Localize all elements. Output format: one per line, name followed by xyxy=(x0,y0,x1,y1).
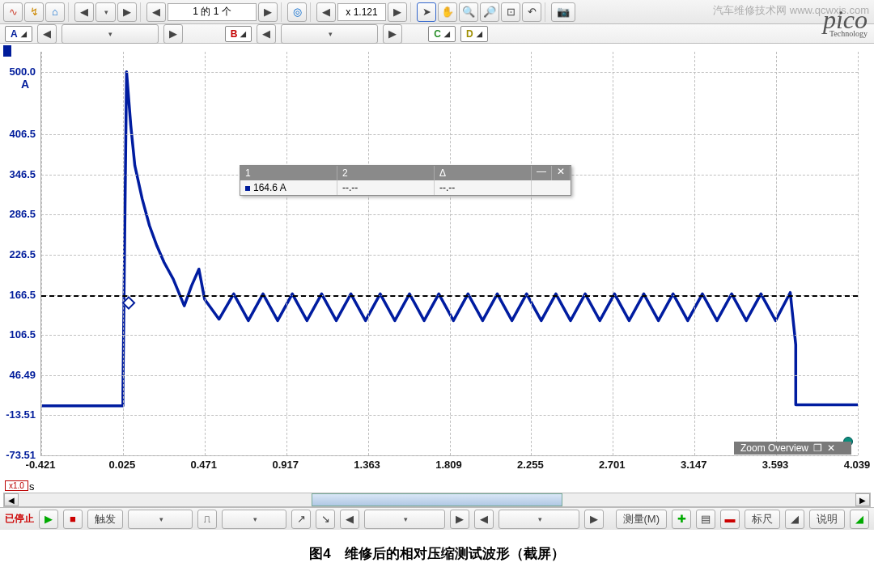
scope-mode-btn[interactable]: ∿ xyxy=(3,2,23,22)
status-toolbar: 已停止 ▶ ■ 触发 ⎍ ↗ ↘ ◀ ▶ ◀ ▶ 测量(M) ✚ ▤ ▬ 标尺 … xyxy=(0,507,874,530)
snapshot-btn[interactable]: 📷 xyxy=(551,2,575,22)
channel-a-dropdown[interactable]: A◢ xyxy=(5,26,32,42)
page-prev-btn[interactable]: ◀ xyxy=(146,2,166,22)
probe-btn[interactable]: ↯ xyxy=(24,2,44,22)
notes-btn[interactable]: 说明 xyxy=(809,510,845,529)
zoom-out-step-btn[interactable]: ◀ xyxy=(316,2,336,22)
timebase-last-btn[interactable]: ▶ xyxy=(117,2,137,22)
home-btn[interactable]: ⌂ xyxy=(45,2,65,22)
channel-a-range-next[interactable]: ▶ xyxy=(163,24,183,44)
trigger-fall-btn[interactable]: ↘ xyxy=(316,510,335,529)
pretrigger-dd[interactable] xyxy=(499,510,579,529)
meas-val2: --.-- xyxy=(337,180,435,195)
meas-colD-hdr: Δ xyxy=(435,166,532,180)
meas-col1-hdr: 1 xyxy=(240,166,337,180)
main-toolbar: ∿ ↯ ⌂ ◀ ▶ ◀ ▶ ◎ ◀ ▶ ➤ ✋ 🔍 🔎 ⊡ ↶ 📷 汽车维修技术… xyxy=(0,0,874,24)
status-text: 已停止 xyxy=(5,512,34,526)
ruler-btn[interactable]: 标尺 xyxy=(745,510,780,529)
measure-add-btn[interactable]: ✚ xyxy=(672,510,691,529)
meas-val1: 164.6 A xyxy=(240,180,337,195)
channel-b-range-dd[interactable] xyxy=(281,24,378,44)
channel-a-range-dd[interactable] xyxy=(62,24,159,44)
channel-b-range-next[interactable]: ▶ xyxy=(383,24,402,44)
meas-minimize-btn[interactable]: — xyxy=(532,166,552,180)
trigger-mode-dd[interactable] xyxy=(128,510,193,529)
undo-zoom-btn[interactable]: ↶ xyxy=(522,2,541,22)
trigger-level-dd[interactable] xyxy=(364,510,445,529)
locate-btn[interactable]: ◎ xyxy=(287,2,307,22)
x-unit-label: s xyxy=(29,480,874,493)
channel-d-dropdown[interactable]: D◢ xyxy=(460,26,488,42)
plot-canvas[interactable] xyxy=(40,52,858,456)
waveform-chart: -73.51-13.5146.49106.5166.5226.5286.5346… xyxy=(0,44,874,480)
stop-btn[interactable]: ■ xyxy=(63,510,83,529)
timebase-dropdown[interactable] xyxy=(95,2,116,22)
measure-del-btn[interactable]: ▬ xyxy=(720,510,740,529)
figure-caption: 图4 维修后的相对压缩测试波形（截屏） xyxy=(0,530,874,577)
measurement-panel[interactable]: 1 2 Δ — ✕ 164.6 A --.-- --.-- xyxy=(240,165,571,196)
trigger-ch-dd[interactable] xyxy=(222,510,286,529)
channels-toolbar: A◢ ◀ ▶ B◢ ◀ ▶ C◢ D◢ picoTechnology xyxy=(0,24,874,44)
scroll-left-btn[interactable]: ◀ xyxy=(4,493,19,506)
meas-close-btn[interactable]: ✕ xyxy=(552,166,571,180)
pico-logo: picoTechnology xyxy=(823,10,868,37)
zoom-overview-tab[interactable]: Zoom Overview ❐ ✕ xyxy=(734,442,851,455)
trigger-rise-btn[interactable]: ↗ xyxy=(291,510,311,529)
y-unit-label: A xyxy=(21,78,29,91)
pretrigger-next[interactable]: ▶ xyxy=(584,510,604,529)
zoom-in-btn[interactable]: 🔍 xyxy=(459,2,478,22)
pretrigger-prev[interactable]: ◀ xyxy=(474,510,494,529)
trigger-level-next[interactable]: ▶ xyxy=(450,510,469,529)
hand-tool-btn[interactable]: ✋ xyxy=(438,2,457,22)
timebase-first-btn[interactable]: ◀ xyxy=(74,2,94,22)
y-axis: -73.51-13.5146.49106.5166.5226.5286.5346… xyxy=(0,44,40,480)
trigger-level-prev[interactable]: ◀ xyxy=(340,510,359,529)
trigger-label[interactable]: 触发 xyxy=(87,510,123,529)
page-display[interactable] xyxy=(168,3,257,21)
scroll-track[interactable] xyxy=(19,493,855,506)
measure-edit-btn[interactable]: ▤ xyxy=(696,510,715,529)
channel-b-range-prev[interactable]: ◀ xyxy=(257,24,276,44)
notes-toggle-btn[interactable]: ◢ xyxy=(850,510,869,529)
horizontal-scrollbar[interactable]: ◀ ▶ xyxy=(3,493,871,507)
scroll-right-btn[interactable]: ▶ xyxy=(855,493,870,506)
zoom-display[interactable] xyxy=(337,3,386,21)
pointer-tool-btn[interactable]: ➤ xyxy=(417,2,436,22)
run-btn[interactable]: ▶ xyxy=(39,510,58,529)
zoom-region-btn[interactable]: ⊡ xyxy=(501,2,520,22)
measure-btn[interactable]: 测量(M) xyxy=(616,510,668,529)
zoom-out-btn[interactable]: 🔎 xyxy=(480,2,499,22)
ruler-settings-btn[interactable]: ◢ xyxy=(785,510,804,529)
meas-valD: --.-- xyxy=(435,180,532,195)
channel-c-dropdown[interactable]: C◢ xyxy=(428,26,456,42)
channel-b-dropdown[interactable]: B◢ xyxy=(225,26,252,42)
zoom-in-step-btn[interactable]: ▶ xyxy=(388,2,407,22)
channel-a-range-prev[interactable]: ◀ xyxy=(37,24,57,44)
x-scale-badge: x1.0 xyxy=(5,480,28,491)
meas-col2-hdr: 2 xyxy=(337,166,435,180)
scroll-thumb[interactable] xyxy=(312,493,562,506)
page-next-btn[interactable]: ▶ xyxy=(258,2,278,22)
trigger-edge-btn[interactable]: ⎍ xyxy=(197,510,217,529)
